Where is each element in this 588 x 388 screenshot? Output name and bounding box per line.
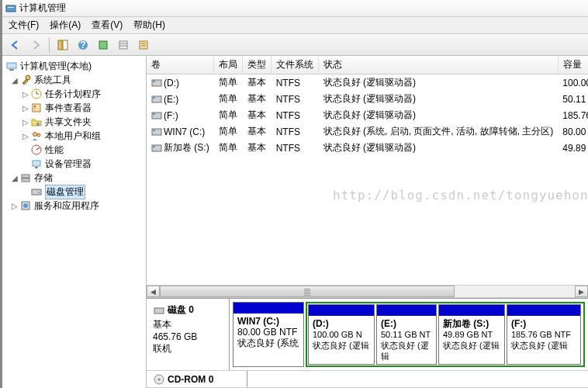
nav-tree[interactable]: 计算机管理(本地) ◢ 系统工具 ▷ 任务计划程序 ▷ 事件查看器 ▷ 共享文件…	[2, 56, 147, 388]
svg-rect-40	[153, 113, 155, 115]
tree-storage[interactable]: ◢ 存储	[4, 171, 144, 185]
tree-task-scheduler[interactable]: ▷ 任务计划程序	[4, 87, 144, 101]
volume-icon	[151, 111, 162, 120]
tree-root-label: 计算机管理(本地)	[20, 60, 92, 73]
disk-row[interactable]: 磁盘 0 基本 465.76 GB 联机 WIN7 (C:) 80.00 GB …	[147, 299, 588, 371]
tree-performance[interactable]: 性能	[4, 143, 144, 157]
svg-rect-20	[34, 106, 36, 107]
svg-rect-45	[154, 308, 164, 314]
toolbar: ?	[2, 34, 588, 56]
collapse-icon[interactable]: ◢	[10, 76, 19, 85]
disk-type: 基本	[153, 318, 223, 331]
svg-point-15	[26, 75, 30, 80]
forward-button[interactable]	[27, 36, 44, 54]
svg-rect-44	[153, 146, 155, 147]
svg-text:?: ?	[80, 40, 85, 50]
tree-label: 服务和应用程序	[34, 199, 99, 213]
scope-button[interactable]	[54, 36, 71, 54]
tree-system-tools[interactable]: ◢ 系统工具	[4, 73, 144, 87]
col-volume[interactable]: 卷	[147, 56, 214, 74]
storage-icon	[19, 171, 32, 184]
scroll-right-button[interactable]: ▶	[575, 286, 588, 297]
part-name: WIN7 (C:)	[237, 316, 279, 327]
part-status: 状态良好 (系统	[237, 338, 299, 348]
scroll-thumb[interactable]	[160, 286, 455, 297]
folder-share-icon	[30, 116, 43, 128]
tree-label: 本地用户和组	[45, 130, 101, 143]
svg-rect-10	[140, 41, 147, 49]
svg-rect-6	[99, 41, 107, 49]
svg-point-22	[36, 123, 40, 126]
disk-icon	[153, 304, 165, 317]
cdrom-row[interactable]: CD-ROM 0	[147, 371, 588, 388]
expand-icon[interactable]: ▷	[21, 90, 30, 99]
table-row[interactable]: (D:)简单基本NTFS状态良好 (逻辑驱动器)100.00 GB	[147, 74, 588, 92]
disk-size: 465.76 GB	[153, 331, 223, 342]
expand-icon[interactable]: ▷	[21, 132, 30, 140]
volume-icon	[151, 144, 162, 153]
scroll-left-button[interactable]: ◀	[147, 286, 160, 297]
volume-icon	[151, 127, 162, 137]
col-type[interactable]: 类型	[243, 56, 272, 74]
table-row[interactable]: WIN7 (C:)简单基本NTFS状态良好 (系统, 启动, 页面文件, 活动,…	[147, 123, 588, 140]
svg-point-32	[38, 192, 40, 193]
svg-rect-14	[9, 69, 14, 71]
collapse-icon[interactable]: ◢	[10, 174, 19, 182]
svg-rect-0	[6, 5, 16, 12]
menu-view[interactable]: 查看(V)	[92, 19, 123, 32]
partition-logical[interactable]: 新加卷 (S:)49.89 GB NT状态良好 (逻辑	[438, 304, 505, 365]
menu-help[interactable]: 帮助(H)	[133, 19, 165, 32]
volume-list[interactable]: 卷 布局 类型 文件系统 状态 容量 (D:)简单基本NTFS状态良好 (逻辑驱…	[147, 56, 588, 285]
svg-rect-19	[33, 104, 40, 112]
tree-label: 设备管理器	[45, 158, 92, 171]
col-layout[interactable]: 布局	[214, 56, 243, 74]
title-bar: 计算机管理	[2, 0, 588, 17]
table-row[interactable]: (F:)简单基本NTFS状态良好 (逻辑驱动器)185.76 GB	[147, 107, 588, 123]
svg-point-34	[23, 203, 28, 208]
perf-icon	[30, 144, 43, 156]
tree-device-manager[interactable]: 设备管理器	[4, 157, 144, 171]
partition-logical[interactable]: (D:)100.00 GB N状态良好 (逻辑	[308, 304, 375, 365]
svg-rect-7	[119, 41, 127, 49]
col-status[interactable]: 状态	[319, 56, 559, 74]
partition-logical[interactable]: (E:)50.11 GB NT状态良好 (逻辑	[376, 304, 437, 365]
expand-icon[interactable]: ▷	[21, 104, 30, 113]
horizontal-scrollbar[interactable]: ◀ ▶	[147, 285, 588, 298]
tree-root[interactable]: 计算机管理(本地)	[4, 59, 144, 73]
svg-rect-21	[34, 108, 36, 109]
refresh-button[interactable]	[95, 36, 112, 54]
extended-partition: (D:)100.00 GB N状态良好 (逻辑(E:)50.11 GB NT状态…	[306, 302, 585, 367]
tree-disk-management[interactable]: 磁盘管理	[4, 185, 144, 199]
svg-point-24	[37, 133, 40, 137]
svg-rect-29	[22, 175, 29, 178]
partition-primary[interactable]: WIN7 (C:) 80.00 GB NTF 状态良好 (系统	[233, 302, 304, 367]
partition-logical[interactable]: (F:)185.76 GB NTF状态良好 (逻辑	[507, 304, 581, 365]
menu-action[interactable]: 操作(A)	[50, 19, 81, 32]
tree-local-users[interactable]: ▷ 本地用户和组	[4, 129, 144, 143]
tree-event-viewer[interactable]: ▷ 事件查看器	[4, 101, 144, 115]
menu-file[interactable]: 文件(F)	[9, 19, 39, 32]
svg-rect-38	[153, 97, 155, 99]
back-button[interactable]	[7, 36, 24, 54]
list-button[interactable]	[115, 36, 132, 54]
svg-rect-31	[32, 189, 41, 195]
expand-icon[interactable]: ▷	[10, 202, 19, 210]
svg-point-47	[158, 379, 161, 381]
table-row[interactable]: (E:)简单基本NTFS状态良好 (逻辑驱动器)50.11 GB	[147, 91, 588, 107]
svg-point-23	[33, 133, 37, 137]
col-capacity[interactable]: 容量	[558, 56, 588, 74]
expand-icon[interactable]: ▷	[21, 118, 30, 126]
svg-rect-36	[153, 81, 155, 82]
tools-icon	[19, 74, 32, 86]
settings-button[interactable]	[135, 36, 152, 54]
svg-rect-2	[58, 40, 62, 50]
device-icon	[30, 158, 43, 170]
tree-services[interactable]: ▷ 服务和应用程序	[4, 199, 144, 213]
tree-label: 任务计划程序	[45, 88, 101, 101]
col-fs[interactable]: 文件系统	[272, 56, 319, 74]
help-button[interactable]: ?	[74, 36, 92, 54]
svg-rect-3	[63, 40, 67, 50]
tree-shared-folders[interactable]: ▷ 共享文件夹	[4, 115, 144, 129]
computer-icon	[5, 60, 18, 72]
table-row[interactable]: 新加卷 (S:)简单基本NTFS状态良好 (逻辑驱动器)49.89 GB	[147, 140, 588, 156]
